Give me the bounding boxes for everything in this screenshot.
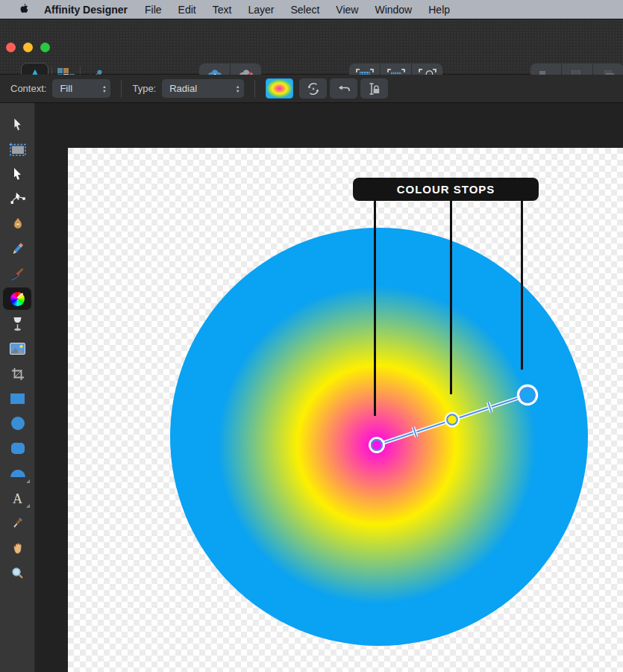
gradient-handle-overlay: [0, 0, 623, 672]
gradient-stop-end[interactable]: [521, 388, 535, 402]
gradient-stop-mid[interactable]: [447, 414, 457, 425]
gradient-stop-start[interactable]: [372, 440, 382, 450]
affinity-designer-window: Affinity Designer File Edit Text Layer S…: [0, 0, 623, 672]
